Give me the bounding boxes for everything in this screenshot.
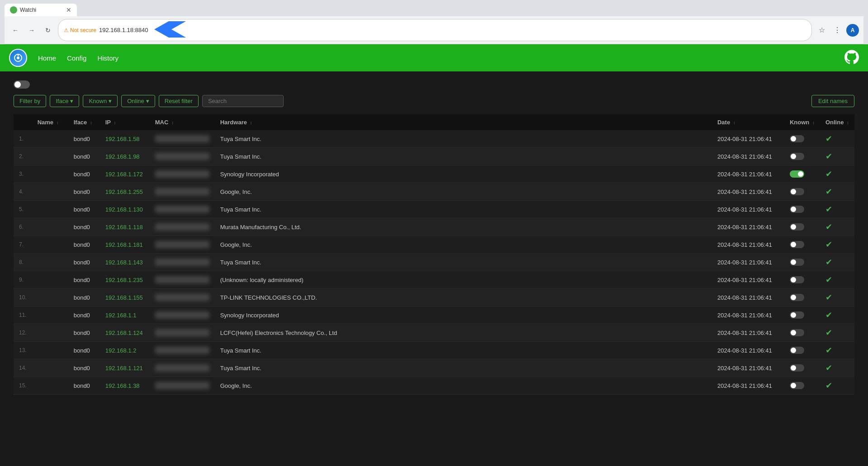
known-toggle[interactable] xyxy=(790,241,804,248)
col-header-known[interactable]: Known ↕ xyxy=(784,114,820,130)
ip-link[interactable]: 192.168.1.118 xyxy=(105,224,143,231)
row-ip[interactable]: 192.168.1.38 xyxy=(100,377,150,395)
row-known[interactable] xyxy=(784,165,820,183)
ip-link[interactable]: 192.168.1.2 xyxy=(105,347,137,354)
known-toggle[interactable] xyxy=(790,135,804,142)
row-ip[interactable]: 192.168.1.235 xyxy=(100,271,150,289)
row-ip[interactable]: 192.168.1.255 xyxy=(100,183,150,201)
row-ip[interactable]: 192.168.1.124 xyxy=(100,324,150,342)
col-header-iface[interactable]: Iface ↕ xyxy=(68,114,100,130)
ip-link[interactable]: 192.168.1.143 xyxy=(105,259,143,266)
row-ip[interactable]: 192.168.1.58 xyxy=(100,130,150,148)
row-ip[interactable]: 192.168.1.98 xyxy=(100,148,150,165)
col-header-date[interactable]: Date ↕ xyxy=(712,114,784,130)
back-button[interactable]: ← xyxy=(9,24,22,37)
address-bar[interactable]: ⚠ Not secure 192.168.1.18:8840 xyxy=(58,19,812,41)
known-toggle[interactable] xyxy=(790,259,804,266)
row-ip[interactable]: 192.168.1.172 xyxy=(100,165,150,183)
row-number: 1. xyxy=(14,130,32,148)
row-ip[interactable]: 192.168.1.1 xyxy=(100,306,150,324)
ip-link[interactable]: 192.168.1.255 xyxy=(105,188,143,195)
online-sort-icon: ↕ xyxy=(847,120,849,125)
ip-link[interactable]: 192.168.1.155 xyxy=(105,294,143,301)
github-link[interactable] xyxy=(844,50,859,66)
search-input[interactable] xyxy=(202,95,284,107)
mac-value: aa:bb:cc:dd:ee:01 xyxy=(155,135,209,142)
ip-link[interactable]: 192.168.1.1 xyxy=(105,312,137,319)
col-header-ip[interactable]: IP ↕ xyxy=(100,114,150,130)
browser-chrome: Watchi ✕ ← → ↻ ⚠ Not secure 192.168.1.18… xyxy=(0,0,868,44)
known-toggle[interactable] xyxy=(790,382,804,389)
row-ip[interactable]: 192.168.1.118 xyxy=(100,218,150,236)
ip-link[interactable]: 192.168.1.172 xyxy=(105,171,143,178)
ip-link[interactable]: 192.168.1.130 xyxy=(105,206,143,213)
col-header-online[interactable]: Online ↕ xyxy=(820,114,854,130)
profile-button[interactable]: A xyxy=(846,24,859,37)
row-known[interactable] xyxy=(784,359,820,377)
known-toggle[interactable] xyxy=(790,153,804,160)
reload-button[interactable]: ↻ xyxy=(42,24,54,37)
row-name xyxy=(32,236,68,254)
ip-link[interactable]: 192.168.1.121 xyxy=(105,365,143,372)
row-known[interactable] xyxy=(784,201,820,218)
menu-button[interactable]: ⋮ xyxy=(831,24,844,37)
row-known[interactable] xyxy=(784,306,820,324)
known-toggle[interactable] xyxy=(790,364,804,372)
col-header-mac[interactable]: MAC ↕ xyxy=(150,114,215,130)
col-header-name[interactable]: Name ↕ xyxy=(32,114,68,130)
iface-filter-button[interactable]: Iface ▾ xyxy=(50,95,79,107)
row-ip[interactable]: 192.168.1.181 xyxy=(100,236,150,254)
row-hardware: Google, Inc. xyxy=(215,183,712,201)
ip-link[interactable]: 192.168.1.235 xyxy=(105,277,143,283)
row-ip[interactable]: 192.168.1.2 xyxy=(100,342,150,359)
ip-link[interactable]: 192.168.1.98 xyxy=(105,153,140,160)
nav-home[interactable]: Home xyxy=(38,54,56,62)
row-iface: bond0 xyxy=(68,359,100,377)
row-ip[interactable]: 192.168.1.143 xyxy=(100,254,150,271)
row-ip[interactable]: 192.168.1.130 xyxy=(100,201,150,218)
main-toggle[interactable] xyxy=(14,80,30,89)
row-known[interactable] xyxy=(784,236,820,254)
ip-link[interactable]: 192.168.1.181 xyxy=(105,241,143,248)
row-known[interactable] xyxy=(784,183,820,201)
forward-button[interactable]: → xyxy=(25,24,38,37)
ip-link[interactable]: 192.168.1.58 xyxy=(105,136,140,142)
tab-close-button[interactable]: ✕ xyxy=(66,6,71,14)
nav-config[interactable]: Config xyxy=(67,54,86,62)
known-toggle[interactable] xyxy=(790,188,804,195)
row-known[interactable] xyxy=(784,324,820,342)
row-known[interactable] xyxy=(784,254,820,271)
online-indicator: ✔ xyxy=(825,152,832,161)
ip-link[interactable]: 192.168.1.38 xyxy=(105,382,140,389)
edit-names-button[interactable]: Edit names xyxy=(811,95,854,107)
row-ip[interactable]: 192.168.1.121 xyxy=(100,359,150,377)
nav-history[interactable]: History xyxy=(97,54,119,62)
row-known[interactable] xyxy=(784,377,820,395)
bookmark-button[interactable]: ☆ xyxy=(816,24,828,37)
browser-tab[interactable]: Watchi ✕ xyxy=(5,4,77,16)
known-toggle[interactable] xyxy=(790,329,804,336)
row-online: ✔ xyxy=(820,165,854,183)
known-toggle[interactable] xyxy=(790,311,804,319)
row-known[interactable] xyxy=(784,218,820,236)
filter-by-button[interactable]: Filter by xyxy=(14,95,46,107)
known-filter-button[interactable]: Known ▾ xyxy=(83,95,118,107)
known-toggle[interactable] xyxy=(790,276,804,283)
row-known[interactable] xyxy=(784,148,820,165)
row-date: 2024-08-31 21:06:41 xyxy=(712,236,784,254)
known-toggle[interactable] xyxy=(790,170,804,178)
row-known[interactable] xyxy=(784,342,820,359)
reset-filter-button[interactable]: Reset filter xyxy=(159,95,199,107)
known-toggle[interactable] xyxy=(790,347,804,354)
col-header-hardware[interactable]: Hardware ↕ xyxy=(215,114,712,130)
row-known[interactable] xyxy=(784,271,820,289)
known-toggle[interactable] xyxy=(790,223,804,231)
online-indicator: ✔ xyxy=(825,328,832,337)
row-known[interactable] xyxy=(784,130,820,148)
ip-link[interactable]: 192.168.1.124 xyxy=(105,329,143,336)
row-ip[interactable]: 192.168.1.155 xyxy=(100,289,150,306)
known-toggle[interactable] xyxy=(790,206,804,213)
online-filter-button[interactable]: Online ▾ xyxy=(121,95,155,107)
known-toggle[interactable] xyxy=(790,294,804,301)
row-known[interactable] xyxy=(784,289,820,306)
